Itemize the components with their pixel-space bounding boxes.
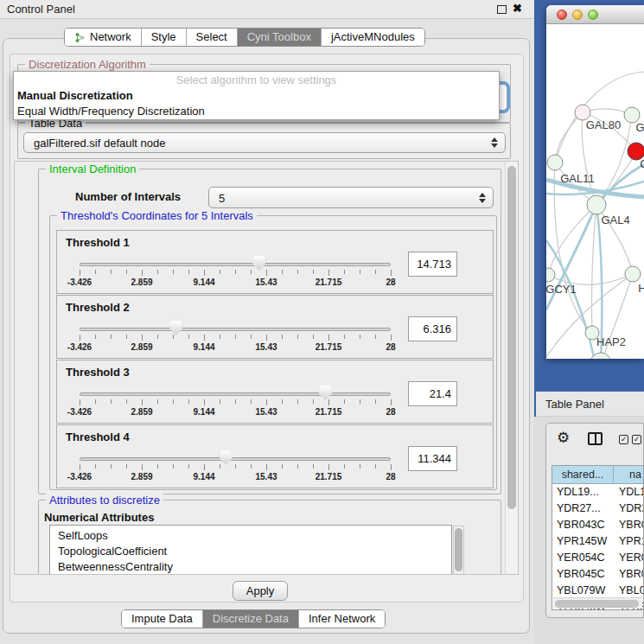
threshold-value-field[interactable]: 14.713	[408, 252, 457, 277]
select-checkbox-icon[interactable]: ✓	[632, 435, 641, 444]
network-node-h[interactable]	[625, 266, 641, 282]
axis-label: 28	[368, 407, 413, 417]
network-view-window: GAL80GACGAL11GAL4GCY1HHAP2	[546, 5, 644, 359]
tab-jactivemnodules[interactable]: jActiveMNodules	[321, 29, 424, 46]
threshold-slider[interactable]: -3.4262.8599.14415.4321.71528	[57, 255, 463, 293]
slider-track[interactable]	[80, 263, 391, 266]
table-row[interactable]: YPR145WYPR1	[552, 533, 643, 550]
node-label: GAL80	[586, 118, 621, 131]
slider-tick	[282, 270, 283, 274]
slider-tick	[360, 464, 360, 469]
slider-thumb[interactable]	[319, 386, 332, 400]
network-canvas[interactable]: GAL80GACGAL11GAL4GCY1HHAP2	[546, 24, 644, 359]
axis-label: -3.426	[57, 472, 102, 481]
slider-tick	[142, 464, 143, 470]
threshold-value-field[interactable]: 6.316	[408, 316, 457, 341]
table-row[interactable]: YBR045CYBR0	[552, 566, 643, 583]
network-edge[interactable]	[546, 240, 594, 357]
number-of-intervals-combobox[interactable]: 5	[208, 187, 494, 208]
cell-name: YPR1	[614, 533, 644, 550]
zoom-button[interactable]	[588, 10, 598, 20]
network-node-gal4[interactable]	[587, 195, 606, 214]
axis-label: -3.426	[57, 342, 102, 352]
slider-tick	[297, 399, 298, 404]
column-header-name[interactable]: na	[614, 466, 644, 484]
axis-label: 9.144	[182, 342, 226, 352]
threshold-value-field[interactable]: 11.344	[408, 446, 457, 471]
slider-track[interactable]	[80, 392, 391, 396]
threshold-slider[interactable]: -3.4262.8599.14415.4321.71528	[57, 320, 463, 358]
minimize-button[interactable]	[572, 10, 583, 20]
slider-tick	[344, 270, 345, 274]
attribute-item-selfloops[interactable]: SelfLoops	[50, 528, 451, 544]
close-icon[interactable]: ✖	[513, 2, 522, 15]
table-panel-area: ⚙ ✓ ✓ shared... na YDL19...YDL1YDR27...Y…	[534, 417, 644, 644]
network-node-gal11[interactable]	[547, 155, 563, 170]
table-row[interactable]: YBR043CYBR0	[552, 517, 643, 533]
tab-infer-network[interactable]: Infer Network	[298, 610, 385, 628]
scrollbar-thumb[interactable]	[455, 528, 462, 571]
table-row[interactable]: YDR27...YDR2	[552, 501, 643, 517]
axis-label: 15.43	[244, 472, 289, 481]
threshold-slider[interactable]: -3.4262.8599.14415.4321.71528	[57, 385, 463, 423]
settings-gear-icon[interactable]: ⚙	[557, 429, 570, 447]
tab-cyni-toolbox[interactable]: Cyni Toolbox	[237, 29, 321, 46]
slider-tick	[111, 399, 112, 404]
threshold-slider[interactable]: -3.4262.8599.14415.4321.71528	[57, 450, 463, 488]
cyni-toolbox-panel: Discretization Algorithm Select algorith…	[10, 54, 524, 603]
network-icon	[74, 32, 86, 43]
slider-tick	[204, 464, 205, 470]
column-header-shared-name[interactable]: shared...	[552, 466, 614, 484]
slider-thumb[interactable]	[169, 321, 182, 335]
node-label: GAL11	[560, 172, 595, 185]
cell-shared-name: YDL19...	[552, 484, 614, 501]
scrollbar-thumb[interactable]	[555, 600, 639, 608]
slider-thumb[interactable]	[220, 450, 233, 465]
slider-tick	[375, 335, 376, 339]
table-panel-title: Table Panel	[545, 398, 604, 411]
float-window-icon[interactable]	[497, 5, 507, 14]
slider-track[interactable]	[80, 457, 391, 461]
apply-button[interactable]: Apply	[233, 581, 288, 601]
network-edge[interactable]	[592, 205, 596, 333]
algorithm-option-manual-discretization[interactable]: Manual Discretization	[14, 88, 499, 104]
tab-impute-data[interactable]: Impute Data	[122, 610, 202, 628]
tab-network[interactable]: Network	[65, 29, 141, 46]
slider-tick	[95, 335, 96, 339]
slider-thumb[interactable]	[252, 256, 265, 271]
dropdown-option-list: Manual DiscretizationEqual Width/Frequen…	[14, 88, 499, 119]
column-selector-icon[interactable]	[588, 432, 603, 445]
table-row[interactable]: YER054CYER0	[552, 550, 643, 566]
attribute-item-betweennesscentrality[interactable]: BetweennessCentrality	[50, 559, 451, 575]
tab-style[interactable]: Style	[141, 29, 186, 46]
numerical-attributes-list[interactable]: SelfLoopsTopologicalCoefficientBetweenne…	[49, 525, 452, 575]
threshold-value-field[interactable]: 21.4	[408, 381, 457, 406]
slider-tick	[204, 335, 205, 341]
select-all-checkbox-icon[interactable]: ✓	[619, 435, 628, 444]
network-edge[interactable]	[555, 112, 583, 163]
table-browser-window: ⚙ ✓ ✓ shared... na YDL19...YDL1YDR27...Y…	[545, 423, 644, 618]
algorithm-option-equal-width-frequency-discretization[interactable]: Equal Width/Frequency Discretization	[14, 104, 499, 119]
cell-name: YBR0	[614, 566, 644, 583]
slider-tick	[251, 399, 252, 404]
axis-label: 21.715	[306, 407, 351, 417]
tab-select[interactable]: Select	[186, 29, 237, 46]
node-label: H	[638, 282, 644, 295]
table-data-combobox[interactable]: galFiltered.sif default node	[23, 132, 506, 153]
table-horizontal-scrollbar[interactable]	[553, 597, 642, 609]
attribute-item-topologicalcoefficient[interactable]: TopologicalCoefficient	[50, 544, 451, 559]
node-label: GAL4	[601, 214, 629, 226]
network-node-gcy1[interactable]	[546, 268, 555, 282]
slider-tick	[235, 399, 236, 404]
table-body: YDL19...YDL1YDR27...YDR2YBR043CYBR0YPR14…	[552, 484, 643, 610]
tab-discretize-data[interactable]: Discretize Data	[202, 610, 298, 628]
table-header-row: shared... na	[552, 466, 643, 484]
slider-track[interactable]	[80, 328, 391, 331]
table-row[interactable]: YDL19...YDL1	[552, 484, 643, 501]
desktop: GAL80GACGAL11GAL4GCY1HHAP2 Table Panel ⚙…	[534, 0, 644, 644]
attributes-list-scrollbar[interactable]	[453, 526, 464, 575]
scrollbar-thumb[interactable]	[507, 166, 516, 509]
settings-vertical-scrollbar[interactable]	[505, 162, 518, 574]
slider-tick	[142, 270, 143, 276]
close-button[interactable]	[557, 10, 567, 20]
